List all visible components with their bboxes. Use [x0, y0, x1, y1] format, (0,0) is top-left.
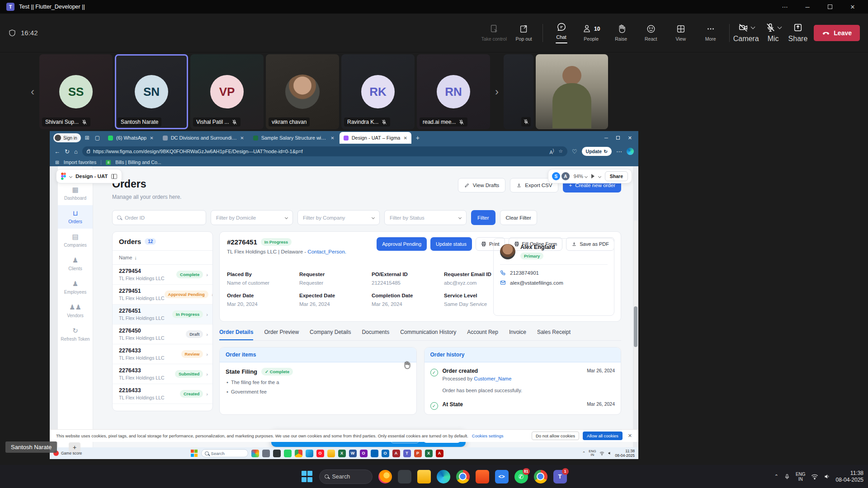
import-favorites-link[interactable]: Import favorites [64, 160, 96, 165]
browser-essentials-icon[interactable]: ♡ [572, 148, 577, 155]
cookie-settings-link[interactable]: Cookies settings [472, 433, 504, 438]
workspaces-icon[interactable]: ⊞ [84, 135, 91, 141]
chat-button[interactable]: Chat [547, 22, 576, 43]
filter-button[interactable]: Filter [471, 210, 495, 225]
allow-cookies-button[interactable]: Allow all cookies [583, 432, 623, 440]
clear-filter-button[interactable]: Clear Filter [500, 210, 537, 225]
taskbar-app-icon[interactable] [378, 470, 392, 483]
window-close-icon[interactable]: ✕ [844, 1, 862, 13]
name-column-header[interactable]: Name↓ [113, 251, 212, 265]
figma-share-button[interactable]: Share [605, 171, 628, 181]
detail-tab[interactable]: Invoice [509, 329, 526, 340]
taskbar-app-icon[interactable]: A [436, 450, 443, 457]
chevron-right-icon[interactable]: › [206, 312, 208, 317]
tray-chevron-icon[interactable]: ⌃ [774, 474, 778, 479]
approval-pending-button[interactable]: Approval Pending [377, 237, 427, 251]
start-button[interactable] [302, 471, 313, 483]
start-icon[interactable] [191, 450, 198, 457]
filter-domicile-dropdown[interactable]: Filter by Domicile [211, 210, 293, 225]
sidebar-item[interactable]: ⊔ Orders [58, 205, 93, 229]
video-tile-vishal[interactable]: VP Vishal Patil ... [190, 54, 264, 129]
chevron-right-icon[interactable]: › [206, 371, 208, 377]
bookmark-link[interactable]: Bills | Billing and Co... [115, 160, 161, 165]
raise-hand-button[interactable]: Raise [606, 24, 636, 42]
chevron-right-icon[interactable]: › [206, 272, 208, 277]
file-menu-chevron-icon[interactable] [69, 174, 72, 178]
contact-person-link[interactable]: Contact_Person. [307, 249, 346, 254]
pop-out-button[interactable]: Pop out [509, 24, 539, 42]
order-row[interactable]: 2276433 TL Flex Holdings LLC Submitted › [113, 364, 212, 384]
taskbar-app-icon[interactable]: O [382, 450, 389, 457]
sidebar-item[interactable]: ♟♟ Vendors [58, 299, 93, 323]
inner-language[interactable]: ENGIN [589, 450, 596, 457]
camera-control[interactable]: Camera [733, 23, 759, 43]
detail-tab[interactable]: Sales Receipt [537, 329, 571, 340]
cookie-close-icon[interactable]: ✕ [628, 433, 632, 439]
taskbar-app-icon[interactable] [306, 450, 313, 457]
mic-control[interactable]: Mic [765, 23, 781, 43]
video-tile-vikram[interactable]: vikram chavan [266, 54, 339, 129]
read-aloud-icon[interactable]: A) [550, 148, 554, 155]
taskbar-app-icon[interactable]: X [338, 450, 346, 457]
taskbar-app-icon[interactable]: T 1 [553, 470, 567, 483]
address-bar[interactable]: https://www.figma.com/design/9BKQ0FOHRWa… [82, 146, 567, 156]
taskbar-app-icon[interactable]: P [414, 450, 422, 457]
taskbar-app-icon[interactable]: W [349, 450, 357, 457]
detail-tab[interactable]: Order Details [219, 329, 253, 340]
clock[interactable]: 11:3808-04-2025 [836, 470, 863, 483]
filter-status-dropdown[interactable]: Filter by Status [384, 210, 467, 225]
new-tab-icon[interactable]: + [416, 134, 420, 141]
mic-dropdown-icon[interactable] [777, 25, 782, 29]
camera-dropdown-icon[interactable] [750, 25, 755, 29]
taskbar-app-icon[interactable]: O [360, 450, 368, 457]
volume-icon[interactable] [608, 451, 612, 455]
taskbar-app-icon[interactable]: <> [495, 470, 509, 483]
wifi-icon[interactable] [811, 474, 818, 479]
order-row[interactable]: 2279454 TL Flex Holdings LLC Complete › [113, 265, 212, 285]
wifi-icon[interactable] [599, 451, 604, 455]
inner-search-box[interactable]: Search [201, 449, 248, 457]
taskbar-app-icon[interactable] [437, 470, 450, 483]
taskbar-app-icon[interactable]: O [316, 450, 324, 457]
order-id-input[interactable] [125, 215, 193, 221]
customer-link[interactable]: Customer_Name [474, 376, 511, 381]
sidebar-item[interactable]: ♟ Employees [58, 276, 93, 299]
order-id-search[interactable] [112, 210, 206, 225]
taskbar-app-icon[interactable] [262, 450, 270, 457]
browser-minimize-icon[interactable]: ─ [604, 135, 608, 141]
taskbar-app-icon[interactable] [295, 450, 302, 457]
taskbar-app-icon[interactable] [284, 450, 292, 457]
tab-actions-icon[interactable]: ▢ [94, 135, 101, 141]
tab-close-icon[interactable]: ✕ [150, 136, 153, 141]
update-status-button[interactable]: Update status [430, 237, 472, 251]
detail-tab[interactable]: Documents [362, 329, 389, 340]
tab-close-icon[interactable]: ✕ [330, 136, 334, 141]
tray-chevron-icon[interactable]: ⌃ [582, 451, 586, 455]
deny-cookies-button[interactable]: Do not allow cookies [532, 432, 579, 440]
taskbar-app-icon[interactable]: X [425, 450, 433, 457]
settings-ellipsis-icon[interactable]: ⋯ [616, 148, 622, 155]
mic-tray-icon[interactable] [784, 474, 790, 480]
taskbar-app-icon[interactable] [327, 450, 335, 457]
widgets-button[interactable]: Game score [53, 450, 121, 456]
panels-icon[interactable] [111, 174, 117, 179]
window-more-icon[interactable]: ⋯ [776, 1, 794, 13]
window-minimize-icon[interactable]: ─ [798, 1, 816, 13]
filter-company-dropdown[interactable]: Filter by Company [297, 210, 380, 225]
contact-email[interactable]: alex@vstatefilings.com [510, 280, 563, 286]
present-icon[interactable] [591, 174, 594, 178]
taskbar-search[interactable]: Search [319, 469, 373, 484]
order-row[interactable]: 2276433 TL Flex Holdings LLC Review › [113, 344, 212, 364]
chevron-right-icon[interactable]: › [206, 332, 208, 337]
home-icon[interactable]: ⌂ [74, 148, 78, 155]
detail-tab[interactable]: Account Rep [467, 329, 498, 340]
language-switcher[interactable]: ENGIN [796, 472, 806, 482]
taskbar-app-icon[interactable] [251, 450, 259, 457]
leave-button[interactable]: Leave [814, 25, 860, 41]
page-scrollbar-thumb[interactable] [634, 306, 637, 347]
taskbar-app-icon[interactable]: T [403, 450, 411, 457]
volume-icon[interactable] [824, 473, 830, 480]
video-tile-santosh[interactable]: SN Santosh Narate [115, 54, 188, 129]
browser-close-icon[interactable]: ✕ [628, 135, 632, 141]
tiles-next-icon[interactable]: › [492, 85, 501, 98]
